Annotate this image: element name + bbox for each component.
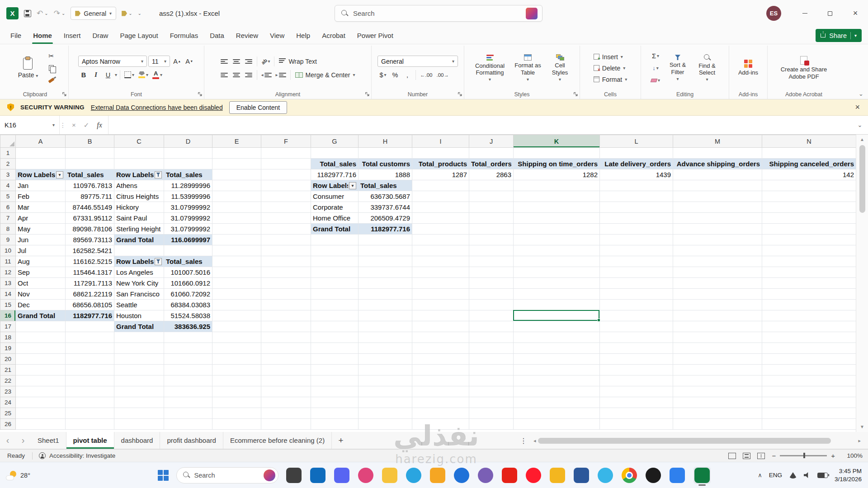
cell-M1[interactable]	[673, 148, 762, 159]
cell-N10[interactable]	[762, 245, 856, 256]
cell-A19[interactable]	[16, 343, 66, 354]
enable-content-button[interactable]: Enable Content	[229, 101, 288, 114]
underline-button[interactable]: U	[103, 69, 113, 80]
cell-B23[interactable]	[66, 386, 114, 397]
cell-D10[interactable]	[164, 245, 212, 256]
cell-H6[interactable]: 339737.6744	[359, 202, 412, 213]
cell-L8[interactable]	[600, 224, 673, 235]
cell-I14[interactable]	[412, 289, 469, 300]
cell-G5[interactable]: Consumer	[311, 191, 359, 202]
row-header-8[interactable]: 8	[0, 224, 16, 235]
cell-K13[interactable]	[514, 278, 600, 289]
cell-H26[interactable]	[359, 419, 412, 430]
cell-M15[interactable]	[673, 300, 762, 310]
start-button[interactable]	[158, 470, 169, 481]
cell-J22[interactable]	[469, 375, 514, 386]
cell-M13[interactable]	[673, 278, 762, 289]
collapse-ribbon-button[interactable]: ⌄	[859, 90, 863, 97]
cell-K23[interactable]	[514, 386, 600, 397]
cell-E11[interactable]	[212, 256, 261, 267]
cell-K26[interactable]	[514, 419, 600, 430]
cell-C15[interactable]: Seattle	[114, 300, 164, 310]
ribbon-tab-insert[interactable]: Insert	[58, 27, 87, 44]
row-header-16[interactable]: 16	[0, 310, 16, 321]
cell-C22[interactable]	[114, 375, 164, 386]
orientation-button[interactable]: ab▾	[260, 56, 272, 67]
cell-G3[interactable]: 1182977.716	[311, 169, 359, 180]
cell-M23[interactable]	[673, 386, 762, 397]
cell-G10[interactable]	[311, 245, 359, 256]
cell-E17[interactable]	[212, 321, 261, 332]
cell-N12[interactable]	[762, 267, 856, 278]
cell-I19[interactable]	[412, 343, 469, 354]
cell-B22[interactable]	[66, 375, 114, 386]
cell-I17[interactable]	[412, 321, 469, 332]
cell-I13[interactable]	[412, 278, 469, 289]
cell-L4[interactable]	[600, 180, 673, 191]
cell-H7[interactable]: 206509.4729	[359, 213, 412, 224]
cell-K16[interactable]	[514, 310, 600, 321]
cell-J23[interactable]	[469, 386, 514, 397]
cell-J18[interactable]	[469, 332, 514, 343]
cell-M9[interactable]	[673, 235, 762, 245]
merge-center-button[interactable]: Merge & Center▾	[293, 69, 357, 80]
cell-H2[interactable]: Total customrs	[359, 159, 412, 169]
cell-M22[interactable]	[673, 375, 762, 386]
cell-A14[interactable]: Nov	[16, 289, 66, 300]
cell-E8[interactable]	[212, 224, 261, 235]
cell-N13[interactable]	[762, 278, 856, 289]
cell-B15[interactable]: 68656.08105	[66, 300, 114, 310]
cell-J2[interactable]: Total_orders	[469, 159, 514, 169]
column-header-H[interactable]: H	[359, 135, 412, 148]
cell-A3[interactable]: Row Labels▼	[16, 169, 66, 180]
scroll-down-icon[interactable]: ▼	[860, 423, 864, 431]
cell-A26[interactable]	[16, 419, 66, 430]
column-header-C[interactable]: C	[114, 135, 164, 148]
row-header-11[interactable]: 11	[0, 256, 16, 267]
scroll-left-icon[interactable]: ◂	[533, 438, 536, 444]
cell-F12[interactable]	[261, 267, 311, 278]
horizontal-scrollbar-thumb[interactable]	[538, 438, 831, 444]
cell-E18[interactable]	[212, 332, 261, 343]
cell-H15[interactable]	[359, 300, 412, 310]
cell-F1[interactable]	[261, 148, 311, 159]
cell-N4[interactable]	[762, 180, 856, 191]
cell-H16[interactable]	[359, 310, 412, 321]
cell-D3[interactable]: Total_sales	[164, 169, 212, 180]
cell-D7[interactable]: 31.07999992	[164, 213, 212, 224]
cell-J19[interactable]	[469, 343, 514, 354]
name-box[interactable]: K16 ▾	[0, 116, 60, 134]
cell-H20[interactable]	[359, 354, 412, 365]
row-header-13[interactable]: 13	[0, 278, 16, 289]
cell-N7[interactable]	[762, 213, 856, 224]
cell-E1[interactable]	[212, 148, 261, 159]
cell-M21[interactable]	[673, 365, 762, 375]
cell-F4[interactable]	[261, 180, 311, 191]
cell-N6[interactable]	[762, 202, 856, 213]
cell-B19[interactable]	[66, 343, 114, 354]
sensitivity-label-icon-button[interactable]: ⌄	[122, 11, 132, 16]
cell-G9[interactable]	[311, 235, 359, 245]
cell-K14[interactable]	[514, 289, 600, 300]
cell-D24[interactable]	[164, 397, 212, 408]
cell-M20[interactable]	[673, 354, 762, 365]
cell-J8[interactable]	[469, 224, 514, 235]
cell-K20[interactable]	[514, 354, 600, 365]
cell-L10[interactable]	[600, 245, 673, 256]
cell-F11[interactable]	[261, 256, 311, 267]
cell-F8[interactable]	[261, 224, 311, 235]
ribbon-tab-power-pivot[interactable]: Power Pivot	[351, 27, 399, 44]
column-header-J[interactable]: J	[469, 135, 514, 148]
cell-K9[interactable]	[514, 235, 600, 245]
cell-J9[interactable]	[469, 235, 514, 245]
cell-A9[interactable]: Jun	[16, 235, 66, 245]
cell-D11[interactable]: Total_sales	[164, 256, 212, 267]
column-header-F[interactable]: F	[261, 135, 311, 148]
cell-C1[interactable]	[114, 148, 164, 159]
cell-J11[interactable]	[469, 256, 514, 267]
cell-J15[interactable]	[469, 300, 514, 310]
clipboard-dialog-launcher[interactable]	[62, 92, 67, 97]
autosum-button[interactable]: Σ▾	[650, 50, 661, 61]
cell-A17[interactable]	[16, 321, 66, 332]
taskbar-app-file-explorer[interactable]	[382, 468, 397, 483]
